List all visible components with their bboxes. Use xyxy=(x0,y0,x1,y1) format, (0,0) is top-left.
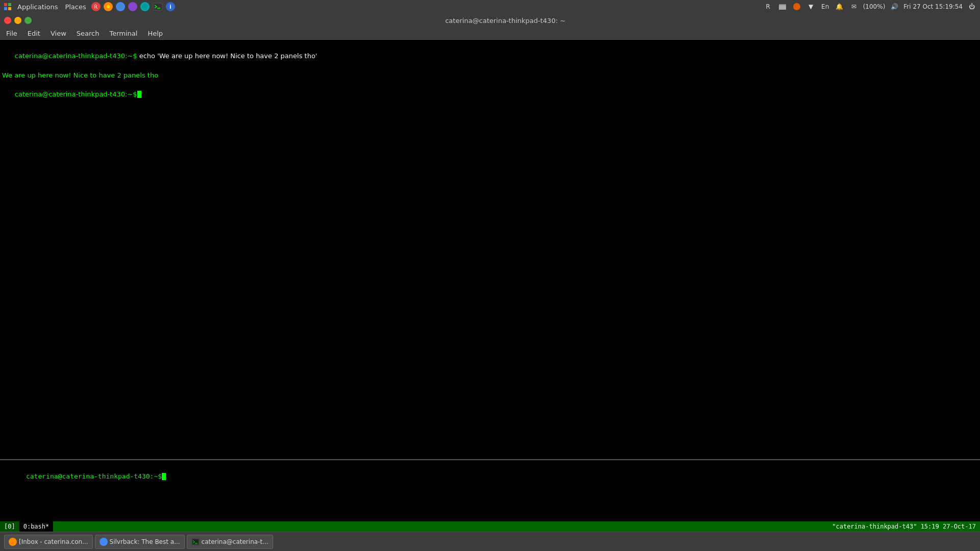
lower-prompt: caterina@caterina-thinkpad-t430:~$ xyxy=(26,472,162,480)
svg-point-5 xyxy=(107,5,110,8)
message-icon[interactable]: ✉ xyxy=(849,2,859,12)
window-titlebar: caterina@caterina-thinkpad-t430: ~ xyxy=(0,13,980,28)
window-title: caterina@caterina-thinkpad-t430: ~ xyxy=(35,17,976,24)
menu-view[interactable]: View xyxy=(46,29,70,38)
prompt-1: caterina@caterina-thinkpad-t430:~$ xyxy=(15,52,137,60)
prompt-2: caterina@caterina-thinkpad-t430:~$ xyxy=(15,90,137,98)
menu-edit[interactable]: Edit xyxy=(23,29,44,38)
taskbar-label-1: Silvrback: The Best a... xyxy=(110,538,180,545)
taskbar-item-0[interactable]: [Inbox - caterina.con... xyxy=(4,535,93,549)
power-icon[interactable]: ⏻ xyxy=(967,2,977,12)
menu-terminal[interactable]: Terminal xyxy=(105,29,141,38)
volume-icon[interactable]: 🔊 xyxy=(889,2,899,12)
menu-search[interactable]: Search xyxy=(72,29,104,38)
terminal-lower-panel[interactable]: caterina@caterina-thinkpad-t430:~$ xyxy=(0,460,980,521)
keepass-icon[interactable] xyxy=(128,2,137,11)
firefox-icon[interactable] xyxy=(104,2,113,11)
svg-point-7 xyxy=(130,4,136,10)
svg-point-8 xyxy=(142,4,148,10)
terminal-icon xyxy=(191,538,200,546)
bell-icon[interactable]: 🔔 xyxy=(835,2,845,12)
top-panel-right: R ▼ En 🔔 ✉ (100%) 🔊 Fri 27 Oct 15:19:54 … xyxy=(763,2,977,12)
svg-rect-12 xyxy=(779,5,786,10)
datetime-label: Fri 27 Oct 15:19:54 xyxy=(903,3,963,10)
prompt-line-2: caterina@caterina-thinkpad-t430:~$ xyxy=(2,80,978,109)
menu-file[interactable]: File xyxy=(2,29,21,38)
info-icon[interactable]: i xyxy=(166,2,175,11)
svg-rect-9 xyxy=(154,4,162,10)
minimize-button[interactable] xyxy=(14,17,21,24)
output-line-1: We are up here now! Nice to have 2 panel… xyxy=(2,71,978,81)
silvrback-icon xyxy=(100,538,108,546)
places-menu[interactable]: Places xyxy=(63,2,88,12)
close-button[interactable] xyxy=(4,17,11,24)
terminal-upper-panel[interactable]: caterina@caterina-thinkpad-t430:~$ echo … xyxy=(0,40,980,459)
cursor-upper xyxy=(137,91,141,98)
envelope-icon xyxy=(9,538,17,546)
redshift-icon[interactable]: R xyxy=(763,2,773,12)
applications-icon xyxy=(3,2,12,11)
applications-menu[interactable]: Applications xyxy=(15,2,60,12)
ubuntu-one-icon[interactable] xyxy=(792,2,802,12)
files-icon[interactable] xyxy=(777,2,788,12)
tor-icon[interactable] xyxy=(140,2,150,11)
command-text: echo 'We are up here now! Nice to have 2… xyxy=(137,52,317,60)
svg-point-13 xyxy=(793,3,800,10)
top-panel-left: Applications Places R i xyxy=(3,2,175,12)
tmux-statusbar: [0] 0:bash* "caterina-thinkpad-t43" 15:1… xyxy=(0,521,980,532)
svg-rect-2 xyxy=(4,7,7,10)
top-panel: Applications Places R i R ▼ En 🔔 xyxy=(0,0,980,13)
tmux-left: [0] 0:bash* xyxy=(0,521,53,532)
svg-rect-0 xyxy=(4,3,7,6)
svg-rect-1 xyxy=(8,3,11,6)
lower-prompt-line: caterina@caterina-thinkpad-t430:~$ xyxy=(2,462,978,491)
cursor-lower xyxy=(162,473,166,480)
rednotebook-icon[interactable]: R xyxy=(91,2,101,11)
command-line: caterina@caterina-thinkpad-t430:~$ echo … xyxy=(2,42,978,71)
maximize-button[interactable] xyxy=(24,17,32,24)
menu-help[interactable]: Help xyxy=(143,29,167,38)
keyboard-icon[interactable]: En xyxy=(820,2,830,12)
taskbar-item-2[interactable]: caterina@caterina-t... xyxy=(187,535,273,549)
terminal-window: caterina@caterina-thinkpad-t430: ~ File … xyxy=(0,13,980,532)
svg-point-6 xyxy=(117,4,124,10)
svg-rect-3 xyxy=(8,7,11,10)
terminal-menubar: File Edit View Search Terminal Help xyxy=(0,28,980,40)
network-icon[interactable]: ▼ xyxy=(806,2,816,12)
thunderbird-icon[interactable] xyxy=(116,2,125,11)
taskbar-label-2: caterina@caterina-t... xyxy=(202,538,268,545)
taskbar-item-1[interactable]: Silvrback: The Best a... xyxy=(95,535,185,549)
taskbar: [Inbox - caterina.con... Silvrback: The … xyxy=(0,532,980,551)
tmux-session-label: [0] xyxy=(0,521,19,532)
battery-label: (100%) xyxy=(863,3,886,10)
tmux-window-0[interactable]: 0:bash* xyxy=(19,521,54,532)
terminal-tray-icon[interactable] xyxy=(153,3,163,11)
tmux-right: "caterina-thinkpad-t43" 15:19 27-Oct-17 xyxy=(832,523,980,530)
taskbar-label-0: [Inbox - caterina.con... xyxy=(19,538,88,545)
